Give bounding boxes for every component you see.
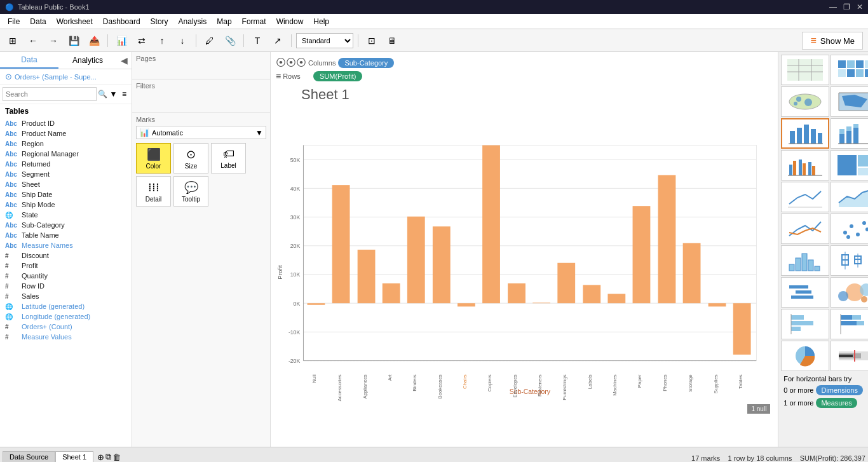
chart-type-btn[interactable]: 📊 [112, 32, 130, 49]
show-me-box-plot[interactable] [831, 245, 868, 276]
field-row-id[interactable]: # Row ID [0, 281, 132, 291]
show-me-bubble[interactable] [831, 277, 868, 308]
show-me-treemap[interactable] [831, 150, 868, 180]
marks-type-dropdown[interactable]: 📊 Automatic ▼ [136, 126, 266, 139]
show-me-symbol-map[interactable] [781, 86, 829, 117]
field-orders-count[interactable]: # Orders+ (Count) [0, 322, 132, 332]
bar-copiers[interactable] [482, 146, 500, 304]
show-me-text-table[interactable] [781, 55, 829, 85]
tab-data[interactable]: Data [0, 52, 58, 69]
field-product-name[interactable]: Abc Product Name [0, 128, 132, 139]
bar-labels[interactable] [583, 285, 600, 303]
show-me-scatter[interactable] [831, 214, 868, 244]
menu-map[interactable]: Map [212, 16, 236, 27]
filters-content[interactable] [136, 91, 266, 110]
sort-asc-btn[interactable]: ↑ [153, 32, 171, 49]
publish-btn[interactable]: 📤 [85, 32, 103, 49]
field-measure-values[interactable]: # Measure Values [0, 332, 132, 342]
marks-detail-btn[interactable]: ⁞⁞⁞ Detail [136, 176, 171, 207]
show-me-side-by-side[interactable] [781, 150, 829, 180]
swap-btn[interactable]: ⇄ [133, 32, 151, 49]
tab-analytics[interactable]: Analytics [58, 53, 117, 68]
tab-datasource[interactable]: Data Source [3, 451, 55, 462]
bar-accessories[interactable] [332, 185, 350, 303]
rows-pill[interactable]: SUM(Profit) [313, 71, 362, 81]
tooltip-btn[interactable]: ⊡ [363, 32, 381, 49]
show-me-dimensions-badge[interactable]: Dimensions [816, 385, 862, 395]
field-quantity[interactable]: # Quantity [0, 271, 132, 281]
new-btn[interactable]: ⊞ [4, 32, 22, 49]
show-me-histogram[interactable] [781, 245, 829, 276]
text-btn[interactable]: T [248, 32, 266, 49]
bar-supplies[interactable] [709, 303, 726, 306]
show-me-dual-line[interactable] [781, 214, 829, 244]
bar-envelopes[interactable] [508, 283, 526, 303]
menu-data[interactable]: Data [25, 16, 51, 27]
bar-null[interactable] [308, 303, 325, 305]
bar-binders[interactable] [407, 217, 425, 303]
show-me-bar-chart[interactable] [781, 118, 829, 149]
show-me-area-chart[interactable] [831, 182, 868, 212]
show-me-stacked-bar[interactable] [831, 118, 868, 149]
bar-furnishings[interactable] [557, 263, 575, 303]
search-input[interactable] [3, 87, 97, 101]
menu-format[interactable]: Format [237, 16, 271, 27]
show-me-h-stacked[interactable] [831, 309, 868, 339]
marks-tooltip-btn[interactable]: 💬 Tooltip [173, 176, 208, 207]
filter-fields-btn[interactable]: ▼ [109, 87, 118, 101]
maximize-btn[interactable]: ❐ [843, 3, 850, 11]
menu-worksheet[interactable]: Worksheet [51, 16, 98, 27]
show-me-pie[interactable] [781, 341, 829, 371]
bar-phones[interactable] [658, 175, 676, 304]
standard-select[interactable]: Standard Fit Width Entire View [296, 33, 353, 48]
close-btn[interactable]: ✕ [857, 3, 863, 11]
menu-file[interactable]: File [3, 16, 25, 27]
bar-machines[interactable] [607, 294, 625, 303]
save-btn[interactable]: 💾 [65, 32, 83, 49]
tab-sheet1[interactable]: Sheet 1 [55, 451, 93, 462]
field-sub-category[interactable]: Abc Sub-Category [0, 220, 132, 230]
marks-size-btn[interactable]: ⊙ Size [173, 143, 208, 173]
view-options-btn[interactable]: ≡ [119, 87, 129, 101]
show-me-line-chart[interactable] [781, 182, 829, 212]
field-longitude[interactable]: 🌐 Longitude (generated) [0, 311, 132, 322]
field-ship-date[interactable]: Abc Ship Date [0, 189, 132, 200]
copy-sheet-icon[interactable]: ⧉ [105, 452, 111, 462]
annotate-btn[interactable]: 📎 [221, 32, 239, 49]
show-me-button[interactable]: ≡ Show Me [802, 32, 863, 50]
field-region[interactable]: Abc Region [0, 139, 132, 149]
forward-btn[interactable]: → [44, 32, 62, 49]
marks-label-btn[interactable]: 🏷 Label [211, 143, 246, 173]
field-returned[interactable]: Abc Returned [0, 159, 132, 169]
bar-appliances[interactable] [358, 250, 376, 303]
menu-analysis[interactable]: Analysis [173, 16, 212, 27]
field-segment[interactable]: Abc Segment [0, 169, 132, 179]
field-ship-mode[interactable]: Abc Ship Mode [0, 200, 132, 210]
bar-art[interactable] [383, 283, 400, 303]
menu-dashboard[interactable]: Dashboard [98, 16, 146, 27]
minimize-btn[interactable]: — [829, 3, 837, 11]
device-btn[interactable]: 🖥 [383, 32, 401, 49]
panel-close-btn[interactable]: ◀ [117, 52, 132, 69]
field-regional-manager[interactable]: Abc Regional Manager [0, 149, 132, 159]
show-me-bullet[interactable] [831, 341, 868, 371]
bar-chairs[interactable] [458, 303, 475, 306]
bar-bookcases[interactable] [433, 226, 451, 303]
null-badge[interactable]: 1 null [747, 404, 770, 414]
data-source-item[interactable]: ⊙ Orders+ (Sample - Supe... [0, 69, 132, 85]
menu-help[interactable]: Help [308, 16, 334, 27]
field-sales[interactable]: # Sales [0, 291, 132, 301]
menu-window[interactable]: Window [271, 16, 309, 27]
sort-desc-btn[interactable]: ↓ [173, 32, 191, 49]
show-me-measures-badge[interactable]: Measures [816, 398, 857, 408]
columns-pill[interactable]: Sub-Category [338, 58, 394, 68]
show-me-heat-map[interactable] [831, 55, 868, 85]
search-button[interactable]: 🔍 [98, 87, 107, 101]
field-table-name[interactable]: Abc Table Name [0, 230, 132, 240]
field-discount[interactable]: # Discount [0, 250, 132, 261]
menu-story[interactable]: Story [146, 16, 173, 27]
delete-sheet-icon[interactable]: 🗑 [112, 452, 121, 462]
highlight-btn[interactable]: 🖊 [201, 32, 219, 49]
bar-paper[interactable] [633, 206, 651, 303]
bar-tables[interactable] [733, 303, 751, 355]
